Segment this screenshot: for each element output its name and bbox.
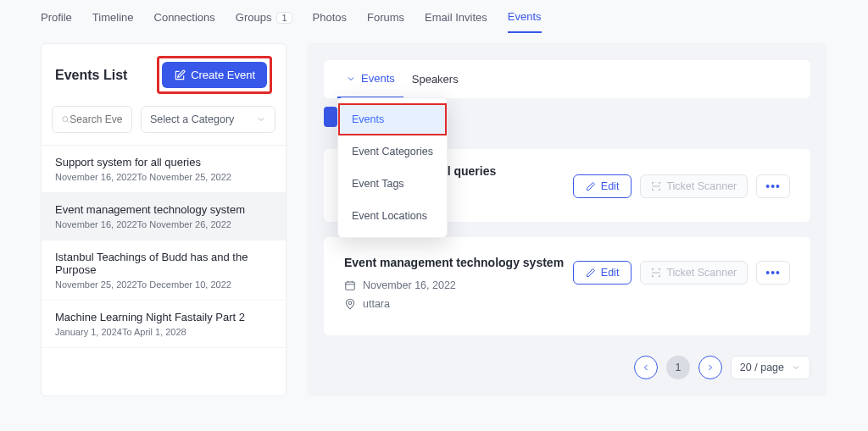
event-title: Event management technology system (55, 203, 272, 216)
list-item[interactable]: Istanbul Teachings of Budd has and the P… (42, 240, 286, 301)
pencil-icon (586, 268, 596, 278)
svg-point-0 (63, 117, 68, 122)
nav-forums[interactable]: Forums (367, 11, 404, 32)
more-button[interactable]: ••• (756, 261, 790, 285)
search-input[interactable] (70, 113, 123, 125)
pagination: 1 20 / page (324, 351, 810, 379)
next-page-button[interactable] (698, 356, 722, 379)
event-dates: November 25, 2022To December 10, 2022 (55, 279, 272, 290)
event-title: Support system for all queries (55, 156, 272, 169)
tab-speakers[interactable]: Speakers (403, 60, 467, 98)
events-list: Support system for all queries November … (42, 145, 286, 348)
list-item[interactable]: Machine Learning Night Fastaily Part 2 J… (42, 301, 286, 348)
nav-timeline[interactable]: Timeline (92, 11, 134, 32)
category-select[interactable]: Select a Category (141, 106, 275, 133)
dropdown-categories[interactable]: Event Categories (338, 135, 447, 168)
location-icon (344, 298, 356, 310)
scanner-label: Ticket Scanner (666, 180, 737, 192)
events-sidebar: Events List Create Event Select a Catego… (41, 43, 287, 396)
list-item[interactable]: Support system for all queries November … (42, 146, 286, 193)
category-label: Select a Category (150, 113, 234, 125)
nav-email-invites[interactable]: Email Invites (425, 11, 487, 32)
edit-label: Edit (601, 180, 620, 192)
dropdown-tags[interactable]: Event Tags (338, 168, 447, 200)
top-nav: Profile Timeline Connections Groups 1 Ph… (0, 0, 868, 33)
date-text: November 16, 2022 (363, 279, 456, 291)
event-dates: November 16, 2022To November 26, 2022 (55, 219, 272, 229)
sidebar-title: Events List (55, 68, 127, 83)
edit-label: Edit (601, 267, 620, 279)
per-page-label: 20 / page (740, 362, 784, 373)
chevron-right-icon (705, 362, 715, 373)
pencil-icon (586, 181, 596, 191)
create-event-label: Create Event (191, 69, 255, 81)
event-dates: November 16, 2022To November 25, 2022 (55, 172, 272, 182)
chevron-down-icon (346, 74, 356, 84)
content-tabs: Events Speakers (324, 60, 810, 98)
scanner-label: Ticket Scanner (666, 267, 737, 279)
nav-photos[interactable]: Photos (313, 11, 347, 32)
per-page-select[interactable]: 20 / page (731, 356, 810, 379)
event-dates: January 1, 2024To April 1, 2028 (55, 327, 272, 337)
create-event-button[interactable]: Create Event (162, 62, 267, 88)
event-card: Event management technology system Novem… (324, 237, 810, 335)
prev-page-button[interactable] (634, 356, 658, 379)
create-event-highlight: Create Event (157, 56, 272, 94)
dropdown-events[interactable]: Events (338, 103, 447, 135)
search-input-wrap[interactable] (52, 106, 132, 133)
nav-events[interactable]: Events (508, 10, 542, 33)
search-icon (61, 114, 70, 124)
nav-groups[interactable]: Groups 1 (236, 11, 292, 32)
edit-button[interactable]: Edit (573, 261, 632, 285)
filter-chip (324, 107, 337, 127)
svg-rect-1 (346, 282, 355, 290)
tab-events-label: Events (361, 72, 395, 85)
nav-profile[interactable]: Profile (41, 11, 72, 32)
chevron-down-icon (791, 362, 801, 373)
edit-button[interactable]: Edit (573, 174, 632, 198)
page-number: 1 (666, 356, 690, 379)
content-panel: Events Speakers Events Event Categories … (287, 43, 827, 396)
event-title: Machine Learning Night Fastaily Part 2 (55, 311, 272, 323)
chevron-left-icon (641, 362, 651, 373)
events-dropdown: Events Event Categories Event Tags Event… (337, 97, 448, 238)
scan-icon (651, 181, 661, 191)
calendar-icon (344, 279, 356, 291)
card-location: uttara (344, 298, 790, 310)
nav-connections[interactable]: Connections (154, 11, 215, 32)
edit-icon (174, 69, 186, 81)
scan-icon (651, 268, 661, 278)
chevron-down-icon (256, 114, 266, 124)
more-button[interactable]: ••• (756, 174, 790, 198)
nav-groups-label: Groups (236, 11, 272, 24)
dropdown-locations[interactable]: Event Locations (338, 200, 447, 232)
groups-count-badge: 1 (276, 12, 292, 24)
ticket-scanner-button: Ticket Scanner (640, 261, 748, 285)
ticket-scanner-button: Ticket Scanner (640, 174, 748, 198)
event-title: Istanbul Teachings of Budd has and the P… (55, 251, 272, 276)
list-item[interactable]: Event management technology system Novem… (42, 193, 286, 240)
location-text: uttara (363, 298, 390, 310)
svg-point-2 (348, 301, 352, 305)
tab-events[interactable]: Events (337, 60, 403, 98)
